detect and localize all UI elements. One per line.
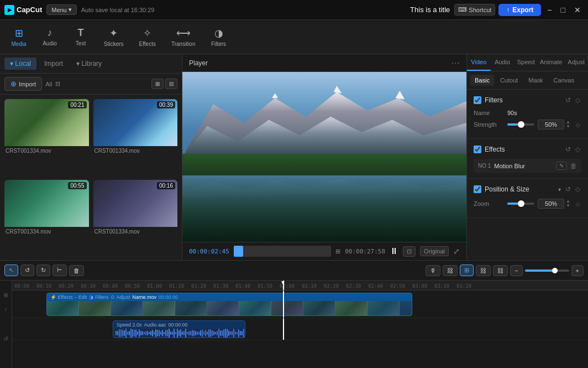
tool-stickers[interactable]: ✦ Stickers [97,24,130,50]
subtab-canvas[interactable]: Canvas [549,75,579,86]
split-tool-button[interactable]: ⛓ [493,265,508,276]
fullscreen-button[interactable]: ⤢ [453,247,460,256]
subtab-mask[interactable]: Mask [524,75,547,86]
zoom-thumb-tl[interactable] [552,268,558,273]
magnet-button[interactable]: ⊞ [460,265,474,276]
left-panel-tabs: ▾ Local Import ▾ Library [0,54,182,74]
position-undo-btn[interactable]: ↺ [564,184,572,194]
shortcut-button[interactable]: ⌨ Shortcut [454,4,495,15]
mic-button[interactable]: 🎙 [426,265,440,276]
tool-audio[interactable]: ♪ Audio [35,24,64,50]
media-item-1[interactable]: 00:21 CRST001334.mov [4,99,89,175]
waveform-bar-46 [192,330,193,336]
redo-button[interactable]: ↻ [36,265,50,276]
tab-speed[interactable]: Speed [514,54,538,71]
tool-effects[interactable]: ✧ Effects [133,24,162,50]
tab-import[interactable]: Import [39,58,69,70]
subtab-basic[interactable]: Basic [470,75,494,86]
tab-animate[interactable]: Animate [538,54,564,71]
effects-checkbox[interactable] [474,146,481,153]
autosave-text: Auto save local at 16:30:29 [81,7,406,13]
tab-adjust[interactable]: Adjust [564,54,588,71]
audio-clip[interactable]: Speed 2.0x Audio.aac 00:00:00 [113,320,245,338]
player-original-button[interactable]: Original [420,246,449,256]
player-menu-icon[interactable]: ⋯ [451,58,460,68]
filter-strength-slider[interactable] [507,123,534,126]
menu-button[interactable]: Menu ▾ [46,4,77,15]
tool-media[interactable]: ⊞ Media [4,24,33,50]
zoom-out-button[interactable]: − [510,265,522,276]
media-item-4[interactable]: 00:16 CRST001334.mov [93,180,178,256]
tab-audio[interactable]: Audio [491,54,514,71]
ruler-1: 00:10 [36,283,51,289]
waveform-bar-58 [212,330,213,336]
link-button[interactable]: ⛓ [443,265,458,276]
zoom-input[interactable]: 50% [538,199,564,209]
filters-undo-btn[interactable]: ↺ [564,95,572,105]
zoom-row: Zoom 50% ▲ ▼ ◇ [474,199,581,209]
unlink-button[interactable]: ⛓ [476,265,491,276]
delete-button[interactable]: 🗑 [69,265,84,276]
minimize-button[interactable]: − [544,6,554,14]
subtab-cutout[interactable]: Cutout [496,75,522,86]
waveform-bar-77 [243,329,244,337]
waveform-bar-10 [132,329,133,338]
waveform-bar-48 [195,331,196,335]
side-icon-add[interactable]: ⊕ [3,292,8,299]
import-button[interactable]: ⊕ Import [4,77,42,91]
side-icon-loop[interactable]: ↺ [3,335,8,343]
close-button[interactable]: ✕ [571,6,584,14]
tab-library[interactable]: ▾ Library [71,58,107,70]
position-checkbox[interactable] [474,185,481,193]
filters-diamond-btn[interactable]: ◇ [574,95,581,105]
effect-delete-btn-1[interactable]: 🗑 [570,162,577,170]
media-item-2[interactable]: 00:39 CRST001334.mov [93,99,178,175]
filter-strength-down[interactable]: ▼ [565,125,571,129]
waveform-bar-37 [177,329,178,338]
player-background [182,72,466,242]
tool-transition[interactable]: ⟷ Transition [165,24,202,50]
effects-diamond-btn[interactable]: ◇ [574,144,581,154]
tab-local[interactable]: ▾ Local [4,58,36,70]
select-tool-button[interactable]: ↖ [4,265,18,276]
waveform-bar-15 [140,331,141,335]
effects-undo-btn[interactable]: ↺ [564,144,572,154]
waveform-bar-24 [155,329,156,338]
clip-frame-7 [239,301,271,315]
player-capture-button[interactable]: ⊡ [403,246,416,257]
zoom-thumb[interactable] [518,200,524,207]
play-pause-button[interactable]: ⏸ [390,246,398,256]
timeline-content: ⊕ ♪ ↺ 00:00 00:10 00:20 00:30 00:40 00:5… [0,281,588,368]
tool-text[interactable]: T Text [66,24,95,50]
ruler-9: 01:30 [213,283,228,289]
tool-filters[interactable]: ◑ Filters [204,24,233,50]
filter-strength-input[interactable]: 50% [538,120,564,129]
waveform-bar-66 [225,329,226,338]
media-item-3[interactable]: 00:55 CRST001334.mov [4,180,89,256]
list-view-button[interactable]: ⊟ [165,79,177,89]
zoom-diamond[interactable]: ◇ [575,200,581,208]
waveform-bar-8 [129,331,130,335]
undo-button[interactable]: ↺ [20,265,34,276]
maximize-button[interactable]: □ [558,6,568,14]
export-button[interactable]: ↑ Export [498,4,541,16]
timeline-mini[interactable] [234,246,331,257]
filters-checkbox[interactable] [474,96,481,104]
zoom-slider[interactable] [507,203,534,205]
zoom-down[interactable]: ▼ [565,204,571,208]
zoom-in-button[interactable]: + [571,265,584,276]
tab-video[interactable]: Video [467,54,491,71]
clip-effects-tag: ⚡ Effects – Edit [50,294,87,300]
side-icon-audio[interactable]: ♪ [4,305,8,312]
ruler-10: 01:40 [235,283,250,289]
ruler-8: 01:20 [191,283,206,289]
zoom-slider-tl[interactable] [525,269,569,272]
split-button[interactable]: ⊢ [53,265,67,276]
filter-strength-thumb[interactable] [518,121,524,128]
position-diamond-btn[interactable]: ◇ [574,184,581,194]
effect-edit-btn-1[interactable]: ✎ [556,162,567,170]
grid-view-button[interactable]: ⊞ [151,79,164,89]
video-clip[interactable]: ⚡ Effects – Edit ◑ Filters ⊙ Adjust Name… [46,293,412,316]
waveform-bar-21 [150,331,151,335]
filter-strength-diamond[interactable]: ◇ [575,121,581,129]
